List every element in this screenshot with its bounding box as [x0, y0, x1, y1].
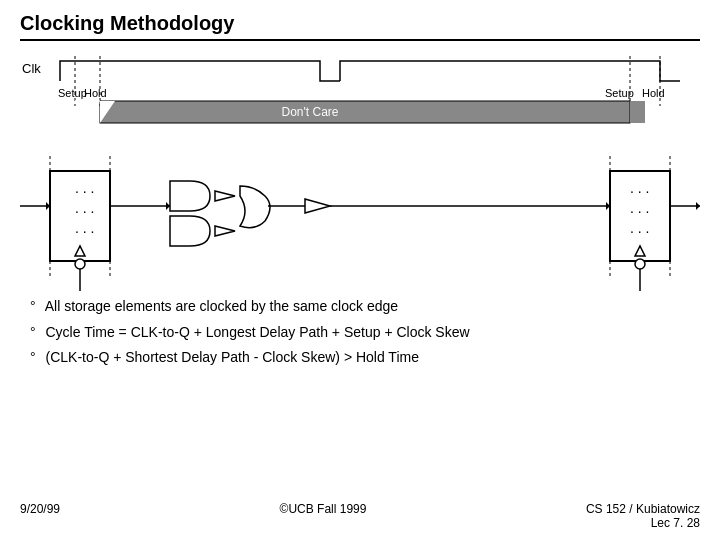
- right-dots-display2: · · ·: [630, 203, 649, 219]
- clk-waveform-left: [60, 61, 340, 81]
- buffer-1: [215, 191, 235, 201]
- bullet-text-3: (CLK-to-Q + Shortest Delay Path - Clock …: [46, 349, 419, 365]
- bullet-text-1: All storage elements are clocked by the …: [45, 298, 398, 314]
- page: Clocking Methodology Clk Setup Hold: [0, 0, 720, 540]
- setup-label-right: Setup: [605, 87, 634, 99]
- bullet-2: ° Cycle Time = CLK-to-Q + Longest Delay …: [30, 323, 700, 343]
- circuit-area: · · · · · · · · · · · · · · · · · ·: [20, 151, 700, 291]
- footer-course: CS 152 / Kubiatowicz: [586, 502, 700, 516]
- right-dots-display: · · ·: [630, 183, 649, 199]
- bullet-symbol-3: °: [30, 348, 36, 368]
- timing-svg: Clk Setup Hold Setup Hold: [20, 51, 700, 146]
- hold-label-right: Hold: [642, 87, 665, 99]
- circuit-svg: · · · · · · · · · · · · · · · · · ·: [20, 151, 700, 296]
- dont-care-bar: [100, 101, 630, 123]
- bullet-3: ° (CLK-to-Q + Shortest Delay Path - Cloc…: [30, 348, 700, 368]
- dont-care-label: Don't Care: [282, 105, 339, 119]
- page-title: Clocking Methodology: [20, 12, 234, 34]
- right-output-arrow: [696, 202, 700, 210]
- bullet-1: ° All storage elements are clocked by th…: [30, 297, 700, 317]
- left-ff-clock-circle: [75, 259, 85, 269]
- and-gate-2: [170, 216, 210, 246]
- buffer-2: [215, 226, 235, 236]
- footer-copyright: ©UCB Fall 1999: [280, 502, 367, 530]
- right-ff-clock-circle: [635, 259, 645, 269]
- bullets-section: ° All storage elements are clocked by th…: [20, 297, 700, 368]
- hold-label-left: Hold: [84, 87, 107, 99]
- left-dots-display: · · ·: [75, 183, 94, 199]
- footer-course-info: CS 152 / Kubiatowicz Lec 7. 28: [586, 502, 700, 530]
- left-dots-display2: · · ·: [75, 203, 94, 219]
- timing-diagram: Clk Setup Hold Setup Hold: [20, 51, 700, 151]
- footer: 9/20/99 ©UCB Fall 1999 CS 152 / Kubiatow…: [20, 502, 700, 530]
- bullet-symbol-1: °: [30, 297, 36, 317]
- and-gate-1: [170, 181, 210, 211]
- footer-lecture: Lec 7. 28: [586, 516, 700, 530]
- clk-waveform-right: [340, 61, 680, 81]
- bullet-text-2: Cycle Time = CLK-to-Q + Longest Delay Pa…: [46, 324, 470, 340]
- bullet-symbol-2: °: [30, 323, 36, 343]
- right-fill: [630, 101, 645, 123]
- right-dots-display3: · · ·: [630, 223, 649, 239]
- setup-label-left: Setup: [58, 87, 87, 99]
- title-area: Clocking Methodology: [20, 12, 700, 41]
- or-gate: [240, 186, 270, 228]
- footer-date: 9/20/99: [20, 502, 60, 530]
- buffer-3: [305, 199, 330, 213]
- clk-label: Clk: [22, 61, 41, 76]
- left-dots-display3: · · ·: [75, 223, 94, 239]
